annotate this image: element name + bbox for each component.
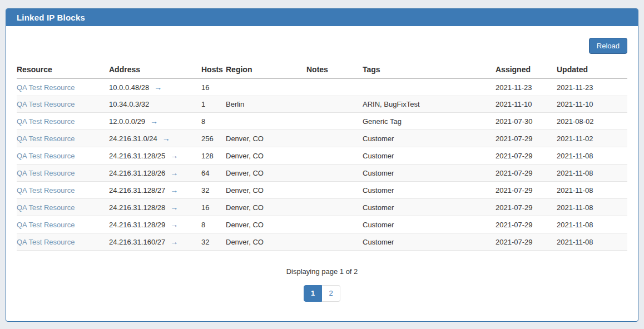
arrow-right-icon[interactable]: → [154,83,162,92]
reload-button[interactable]: Reload [589,38,627,54]
arrow-right-icon[interactable]: → [170,151,178,160]
hosts-cell: 16 [201,199,226,216]
table-row: QA Test Resource24.216.31.128/27→32Denve… [17,182,627,199]
updated-cell: 2021-11-08 [557,164,627,182]
tags-cell: ARIN, BugFixTest [363,96,496,113]
arrow-right-icon[interactable]: → [170,168,178,177]
hosts-cell: 128 [201,147,226,164]
resource-cell: QA Test Resource [17,164,109,182]
arrow-right-icon[interactable]: → [170,237,178,246]
resource-link[interactable]: QA Test Resource [17,238,75,246]
table-row: QA Test Resource24.216.31.128/25→128Denv… [17,147,627,164]
arrow-right-icon[interactable]: → [170,220,178,229]
resource-link[interactable]: QA Test Resource [17,134,75,143]
address-text: 10.0.0.48/28 [109,83,149,92]
toolbar: Reload [17,38,627,54]
column-header-updated: Updated [557,61,627,79]
resource-cell: QA Test Resource [17,130,109,147]
region-cell: Denver, CO [226,130,306,147]
arrow-right-icon[interactable]: → [150,117,158,126]
arrow-right-icon[interactable]: → [170,186,178,195]
hosts-cell: 1 [201,96,226,113]
column-header-assigned: Assigned [496,61,557,79]
panel-title: Linked IP Blocks [17,13,85,22]
notes-cell [306,147,363,164]
assigned-cell: 2021-07-29 [496,182,557,199]
tags-cell: Generic Tag [363,113,496,130]
resource-cell: QA Test Resource [17,79,109,96]
resource-cell: QA Test Resource [17,216,109,233]
resource-link[interactable]: QA Test Resource [17,169,75,177]
region-cell: Denver, CO [226,216,306,233]
notes-cell [306,216,363,233]
notes-cell [306,113,363,130]
column-header-tags: Tags [363,61,496,79]
region-cell [226,79,306,96]
resource-cell: QA Test Resource [17,182,109,199]
address-text: 24.216.31.128/28 [109,203,165,212]
address-cell: 24.216.31.128/29→ [109,216,201,233]
resource-link[interactable]: QA Test Resource [17,186,75,195]
updated-cell: 2021-11-08 [557,199,627,216]
notes-cell [306,233,363,251]
resource-link[interactable]: QA Test Resource [17,203,75,212]
region-cell [226,113,306,130]
page-1-button[interactable]: 1 [304,285,322,302]
assigned-cell: 2021-11-23 [496,79,557,96]
address-text: 24.216.31.160/27 [109,238,165,246]
resource-link[interactable]: QA Test Resource [17,100,75,108]
region-cell: Denver, CO [226,164,306,182]
address-cell: 24.216.31.128/28→ [109,199,201,216]
table-row: QA Test Resource10.34.0.3/321BerlinARIN,… [17,96,627,113]
address-cell: 24.216.31.0/24→ [109,130,201,147]
address-text: 12.0.0.0/29 [109,117,145,126]
ip-blocks-table: ResourceAddressHostsRegionNotesTagsAssig… [17,61,627,251]
resource-link[interactable]: QA Test Resource [17,152,75,160]
resource-link[interactable]: QA Test Resource [17,117,75,126]
assigned-cell: 2021-07-30 [496,113,557,130]
table-row: QA Test Resource12.0.0.0/29→8Generic Tag… [17,113,627,130]
table-row: QA Test Resource24.216.31.128/26→64Denve… [17,164,627,182]
region-cell: Denver, CO [226,199,306,216]
region-cell: Denver, CO [226,182,306,199]
hosts-cell: 8 [201,113,226,130]
tags-cell: Customer [363,130,496,147]
updated-cell: 2021-11-08 [557,147,627,164]
resource-link[interactable]: QA Test Resource [17,83,75,92]
updated-cell: 2021-11-08 [557,182,627,199]
notes-cell [306,199,363,216]
address-text: 10.34.0.3/32 [109,100,149,108]
updated-cell: 2021-08-02 [557,113,627,130]
tags-cell [363,79,496,96]
resource-link[interactable]: QA Test Resource [17,221,75,229]
address-text: 24.216.31.0/24 [109,134,157,143]
arrow-right-icon[interactable]: → [170,203,178,212]
address-text: 24.216.31.128/25 [109,152,165,160]
column-header-resource: Resource [17,61,109,79]
address-text: 24.216.31.128/26 [109,169,165,177]
assigned-cell: 2021-07-29 [496,199,557,216]
updated-cell: 2021-11-02 [557,130,627,147]
pagination: 12 [17,285,627,302]
region-cell: Denver, CO [226,147,306,164]
arrow-right-icon[interactable]: → [162,134,170,143]
address-cell: 24.216.31.160/27→ [109,233,201,251]
hosts-cell: 32 [201,233,226,251]
tags-cell: Customer [363,199,496,216]
address-text: 24.216.31.128/27 [109,186,165,195]
page-2-button[interactable]: 2 [322,285,340,302]
updated-cell: 2021-11-10 [557,96,627,113]
resource-cell: QA Test Resource [17,96,109,113]
table-header-row: ResourceAddressHostsRegionNotesTagsAssig… [17,61,627,79]
resource-cell: QA Test Resource [17,147,109,164]
updated-cell: 2021-11-08 [557,233,627,251]
table-row: QA Test Resource24.216.31.128/29→8Denver… [17,216,627,233]
hosts-cell: 16 [201,79,226,96]
updated-cell: 2021-11-23 [557,79,627,96]
address-cell: 10.0.0.48/28→ [109,79,201,96]
assigned-cell: 2021-07-29 [496,233,557,251]
column-header-notes: Notes [306,61,363,79]
tags-cell: Customer [363,164,496,182]
notes-cell [306,79,363,96]
assigned-cell: 2021-07-29 [496,216,557,233]
